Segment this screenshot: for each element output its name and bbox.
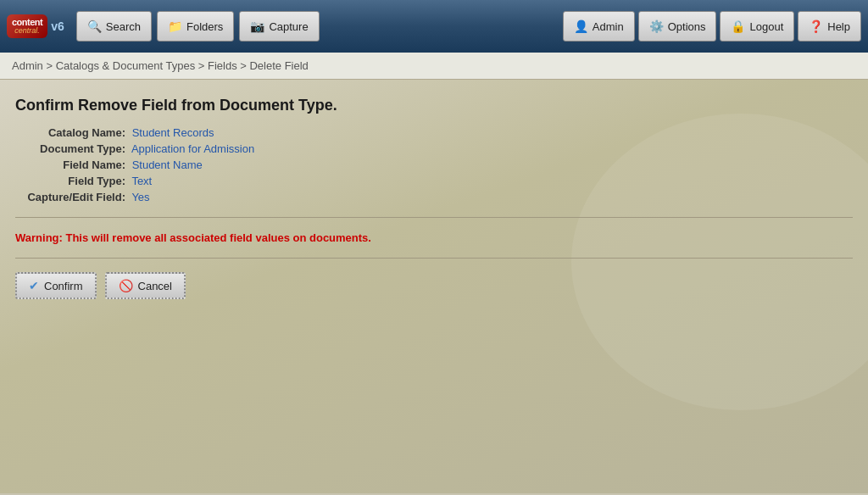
logo-central: central. xyxy=(14,27,40,35)
cancel-button[interactable]: 🚫 Cancel xyxy=(105,272,186,299)
folders-button[interactable]: 📁 Folders xyxy=(157,11,234,42)
catalog-value: Student Records xyxy=(132,126,214,139)
logo-version: v6 xyxy=(51,19,64,33)
header: content central. v6 🔍 Search 📁 Folders 📷… xyxy=(0,0,868,53)
catalog-row: Catalog Name: Student Records xyxy=(15,126,853,139)
folders-label: Folders xyxy=(186,20,223,33)
logo-box: content central. xyxy=(7,14,47,38)
logout-button[interactable]: 🔒 Logout xyxy=(720,11,794,42)
help-icon: ❓ xyxy=(809,19,823,33)
help-label: Help xyxy=(827,20,850,33)
fieldname-label: Field Name: xyxy=(15,159,125,171)
content-panel: Confirm Remove Field from Document Type.… xyxy=(15,97,853,299)
doctype-row: Document Type: Application for Admission xyxy=(15,142,853,155)
admin-button[interactable]: 👤 Admin xyxy=(563,11,635,42)
capture-edit-value: Yes xyxy=(131,191,149,203)
confirm-icon: ✔ xyxy=(29,279,39,292)
divider-top xyxy=(15,217,853,218)
breadcrumb: Admin > Catalogs & Document Types > Fiel… xyxy=(0,53,868,80)
fieldtype-value: Text xyxy=(131,175,152,187)
capture-row: Capture/Edit Field: Yes xyxy=(15,191,853,203)
divider-bottom xyxy=(15,258,853,259)
options-label: Options xyxy=(668,20,706,33)
search-icon: 🔍 xyxy=(87,19,102,33)
logout-label: Logout xyxy=(749,20,783,33)
logo-area: content central. v6 xyxy=(7,14,64,38)
options-button[interactable]: ⚙️ Options xyxy=(638,11,717,42)
capture-button[interactable]: 📷 Capture xyxy=(239,11,319,42)
capture-label: Capture xyxy=(269,20,308,33)
fieldname-row: Field Name: Student Name xyxy=(15,159,853,171)
cancel-label: Cancel xyxy=(138,280,172,292)
fieldname-value: Student Name xyxy=(132,159,203,171)
search-label: Search xyxy=(106,20,141,33)
confirm-label: Confirm xyxy=(44,280,83,292)
admin-label: Admin xyxy=(593,20,624,33)
fieldtype-row: Field Type: Text xyxy=(15,175,853,187)
catalog-label: Catalog Name: xyxy=(15,126,125,139)
fieldtype-label: Field Type: xyxy=(15,175,125,187)
options-icon: ⚙️ xyxy=(649,19,664,33)
action-buttons: ✔ Confirm 🚫 Cancel xyxy=(15,272,853,299)
confirm-button[interactable]: ✔ Confirm xyxy=(15,272,97,299)
right-nav: 👤 Admin ⚙️ Options 🔒 Logout ❓ Help xyxy=(563,11,861,42)
search-button[interactable]: 🔍 Search xyxy=(76,11,152,42)
breadcrumb-text: Admin > Catalogs & Document Types > Fiel… xyxy=(12,59,309,72)
capture-icon: 📷 xyxy=(250,19,264,33)
folders-icon: 📁 xyxy=(168,19,182,33)
help-button[interactable]: ❓ Help xyxy=(798,11,861,42)
capture-edit-label: Capture/Edit Field: xyxy=(15,191,125,203)
main-content: Confirm Remove Field from Document Type.… xyxy=(0,80,868,493)
page-title: Confirm Remove Field from Document Type. xyxy=(15,97,853,114)
admin-icon: 👤 xyxy=(574,19,588,33)
cancel-icon: 🚫 xyxy=(119,279,133,292)
doctype-label: Document Type: xyxy=(15,142,125,155)
warning-text: Warning: This will remove all associated… xyxy=(15,231,853,244)
doctype-value: Application for Admission xyxy=(131,142,254,155)
logout-icon: 🔒 xyxy=(731,19,745,33)
